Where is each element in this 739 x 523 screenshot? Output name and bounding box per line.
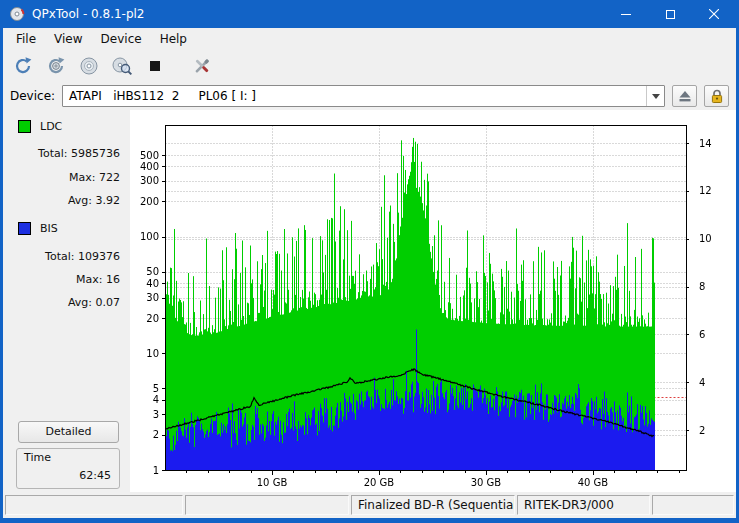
device-row: Device: ATAPI iHBS112 2 PL06 [ I: ] (3, 82, 736, 110)
window-title: QPxTool - 0.8.1-pl2 (32, 7, 145, 21)
menu-item-device[interactable]: Device (92, 30, 151, 48)
minimize-icon (621, 14, 631, 15)
bis-max: Max: 16 (76, 273, 120, 286)
preferences-button[interactable] (188, 53, 215, 79)
status-panel-empty-3 (652, 495, 734, 515)
time-label: Time (24, 451, 51, 464)
menubar: FileViewDeviceHelp (3, 28, 736, 50)
toolbar (3, 50, 736, 82)
ldc-label: LDC (40, 120, 62, 133)
sidebar: LDC Total: 5985736 Max: 722 Avg: 3.92 BI… (3, 110, 130, 492)
chart-panel (130, 110, 736, 492)
scan-button[interactable] (9, 53, 36, 79)
detailed-button[interactable]: Detailed (18, 421, 119, 443)
time-groupbox: Time 62:45 (16, 448, 120, 489)
refresh-disc-icon (45, 55, 67, 77)
qpxtool-window: QPxTool - 0.8.1-pl2 FileViewDeviceHelp (0, 0, 739, 523)
eject-button[interactable] (672, 85, 697, 107)
tools-icon (191, 55, 213, 77)
bis-total: Total: 109376 (45, 250, 120, 263)
eject-icon (677, 88, 693, 104)
minimize-button[interactable] (604, 0, 648, 28)
window-controls (604, 0, 736, 28)
disc-icon (78, 55, 100, 77)
device-label: Device: (10, 89, 55, 103)
quality-chart (130, 110, 736, 492)
stop-button[interactable] (141, 53, 168, 79)
close-icon (709, 9, 719, 19)
device-combobox-dropdown[interactable] (646, 86, 664, 106)
device-combobox-value: ATAPI iHBS112 2 PL06 [ I: ] (69, 89, 256, 103)
bis-label: BIS (40, 222, 58, 235)
status-panel-media-id: RITEK-DR3/000 (517, 495, 650, 515)
ldc-swatch (18, 120, 31, 133)
close-button[interactable] (692, 0, 736, 28)
ldc-total: Total: 5985736 (38, 147, 120, 160)
status-panel-empty-2 (185, 495, 349, 515)
stop-icon (144, 55, 166, 77)
lock-icon (709, 88, 725, 104)
ldc-avg: Avg: 3.92 (68, 194, 120, 207)
lock-button[interactable] (704, 85, 729, 107)
menu-item-view[interactable]: View (45, 30, 91, 48)
main-area: LDC Total: 5985736 Max: 722 Avg: 3.92 BI… (3, 110, 736, 492)
menu-item-help[interactable]: Help (151, 30, 196, 48)
scan-disc-button[interactable] (42, 53, 69, 79)
refresh-icon (12, 55, 34, 77)
ldc-max: Max: 722 (69, 171, 120, 184)
status-panel-empty-1 (5, 495, 183, 515)
bis-swatch (18, 222, 31, 235)
titlebar: QPxTool - 0.8.1-pl2 (3, 0, 736, 28)
status-panel-disc-type: Finalized BD-R (Sequential) (351, 495, 515, 515)
media-search-button[interactable] (108, 53, 135, 79)
chevron-down-icon (652, 94, 660, 99)
toolbar-separator (174, 66, 182, 67)
bis-avg: Avg: 0.07 (68, 296, 120, 309)
media-id-text: RITEK-DR3/000 (524, 498, 614, 512)
disc-type-text: Finalized BD-R (Sequential) (358, 498, 515, 512)
statusbar: Finalized BD-R (Sequential) RITEK-DR3/00… (3, 492, 736, 518)
menu-item-file[interactable]: File (7, 30, 45, 48)
disc-info-button[interactable] (75, 53, 102, 79)
time-value: 62:45 (79, 469, 111, 482)
maximize-button[interactable] (648, 0, 692, 28)
disc-magnifier-icon (111, 55, 133, 77)
device-combobox[interactable]: ATAPI iHBS112 2 PL06 [ I: ] (62, 85, 665, 107)
maximize-icon (666, 10, 675, 19)
app-icon (9, 6, 25, 22)
